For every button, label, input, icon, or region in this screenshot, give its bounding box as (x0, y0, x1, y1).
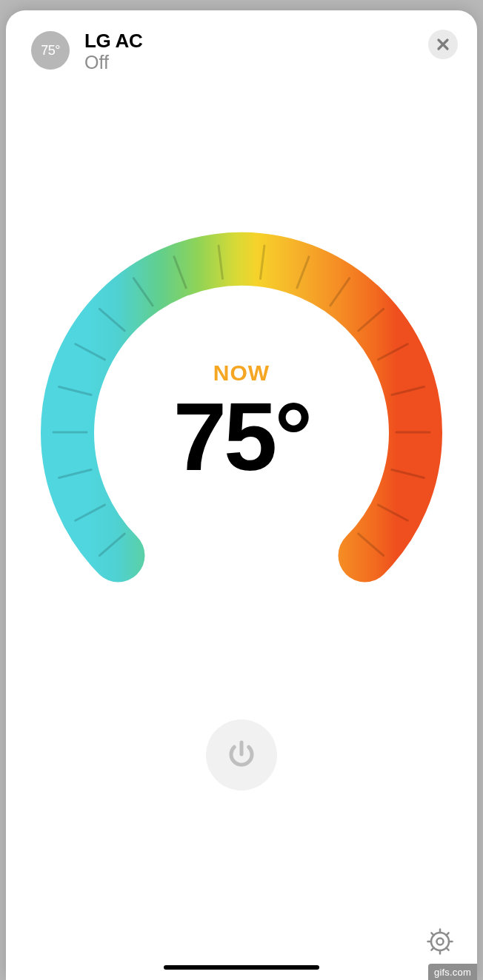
device-avatar[interactable]: 75° (31, 31, 70, 70)
dial-center: NOW 75° (173, 360, 310, 485)
device-status: Off (84, 52, 142, 73)
device-avatar-label: 75° (41, 43, 60, 58)
title-block: LG AC Off (84, 30, 142, 73)
svg-point-21 (437, 939, 444, 945)
close-icon (436, 38, 450, 51)
now-label: NOW (173, 360, 310, 386)
svg-line-29 (431, 947, 433, 950)
power-icon (224, 738, 259, 772)
gear-icon (425, 927, 455, 956)
device-title: LG AC (84, 30, 142, 53)
svg-line-28 (446, 933, 448, 935)
settings-button[interactable] (422, 924, 458, 959)
power-button[interactable] (206, 719, 277, 791)
close-button[interactable] (428, 30, 458, 59)
temperature-value: 75° (173, 389, 310, 485)
temperature-dial[interactable]: NOW 75° (34, 225, 449, 640)
watermark-text: gifs.com (434, 967, 471, 978)
svg-line-27 (446, 947, 448, 950)
header: 75° LG AC Off (6, 10, 477, 73)
thermostat-sheet: 75° LG AC Off (6, 10, 477, 980)
watermark: gifs.com (428, 964, 477, 980)
svg-line-26 (431, 933, 433, 935)
home-indicator[interactable] (164, 965, 319, 970)
